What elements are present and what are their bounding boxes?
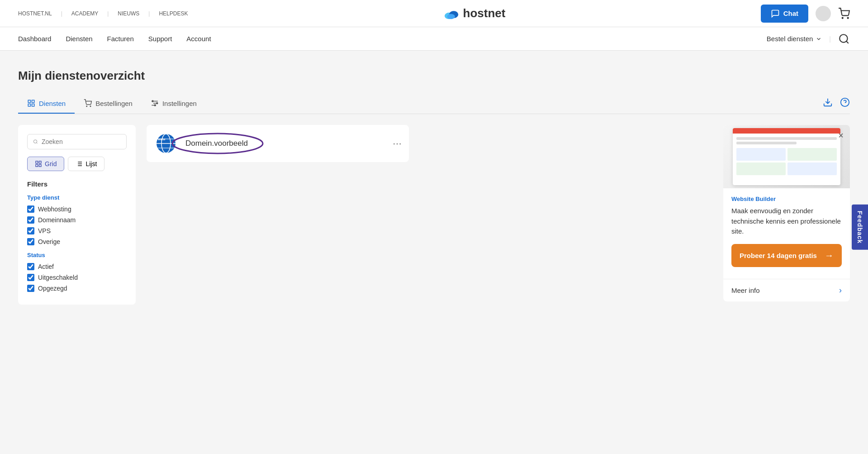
svg-point-16 [152, 100, 153, 102]
promo-tag: Website Builder [731, 196, 842, 202]
cart-tab-icon [84, 99, 92, 107]
filter-overige-label: Overige [38, 238, 60, 245]
filter-webhosting: Webhosting [27, 205, 127, 213]
promo-description: Maak eenvoudig en zonder technische kenn… [731, 206, 842, 237]
svg-rect-26 [36, 164, 38, 167]
promo-cta-arrow-icon: → [825, 250, 834, 261]
svg-text:www: www [157, 138, 166, 141]
filter-webhosting-checkbox[interactable] [27, 205, 34, 213]
nav-account[interactable]: Account [186, 35, 211, 43]
filter-opgezegd-checkbox[interactable] [27, 285, 34, 292]
nav-diensten[interactable]: Diensten [66, 35, 92, 43]
promo-panel: × [723, 125, 850, 301]
avatar [816, 6, 831, 21]
filter-uitgeschakeld-checkbox[interactable] [27, 274, 34, 281]
filters-title: Filters [27, 180, 127, 188]
top-link-academy[interactable]: ACADEMY [71, 10, 98, 17]
search-icon-nav[interactable] [838, 33, 850, 45]
promo-close-button[interactable]: × [838, 130, 844, 141]
svg-point-18 [154, 105, 156, 106]
tabs-left: Diensten Bestellingen Instellingen [18, 94, 206, 114]
chevron-down-icon [816, 36, 822, 42]
nav-dashboard[interactable]: Dashboard [18, 35, 51, 43]
svg-rect-10 [32, 104, 34, 106]
filter-overige: Overige [27, 238, 127, 245]
svg-point-4 [848, 17, 849, 18]
main-area: Grid Lijst Filters Type dienst Webhostin… [18, 125, 850, 305]
cart-icon[interactable] [838, 8, 850, 19]
service-card: www Domein.voorbeeld ⋯ [147, 125, 409, 162]
promo-more-arrow-icon: › [839, 286, 842, 295]
filter-uitgeschakeld: Uitgeschakeld [27, 274, 127, 281]
tab-diensten[interactable]: Diensten [18, 94, 75, 114]
bestel-diensten-button[interactable]: Bestel diensten [767, 35, 822, 43]
svg-point-40 [172, 134, 263, 153]
top-bar-links: HOSTNET.NL | ACADEMY | NIEUWS | HELPDESK [18, 10, 188, 17]
nav-facturen[interactable]: Facturen [107, 35, 134, 43]
list-view-button[interactable]: Lijst [68, 157, 104, 171]
logo-cloud-icon [443, 7, 460, 20]
domain-highlight-ellipse [170, 132, 265, 155]
help-button[interactable] [840, 97, 850, 110]
user-avatar-area[interactable] [816, 6, 831, 21]
svg-rect-25 [39, 161, 41, 163]
svg-point-12 [90, 106, 91, 107]
tabs-actions [823, 97, 850, 110]
filter-uitgeschakeld-label: Uitgeschakeld [38, 274, 78, 281]
svg-rect-9 [28, 104, 30, 106]
svg-rect-8 [32, 100, 34, 102]
svg-rect-24 [36, 161, 38, 163]
promo-image [723, 125, 850, 188]
filter-opgezegd-label: Opgezegd [38, 285, 67, 292]
svg-rect-27 [39, 164, 41, 167]
filter-domeinnaam-checkbox[interactable] [27, 216, 34, 224]
top-link-nieuws[interactable]: NIEUWS [118, 10, 139, 17]
grid-icon [35, 160, 42, 167]
logo[interactable]: hostnet [443, 6, 506, 20]
nav-bar: Dashboard Diensten Facturen Support Acco… [0, 27, 868, 51]
page-title: Mijn dienstenoverzicht [18, 69, 850, 83]
promo-body: Website Builder Maak eenvoudig en zonder… [723, 188, 850, 279]
chat-button[interactable]: Chat [761, 5, 808, 23]
list-icon [76, 160, 83, 167]
search-box[interactable] [27, 134, 127, 149]
search-input[interactable] [42, 138, 121, 145]
filter-actief-checkbox[interactable] [27, 263, 34, 270]
feedback-tab[interactable]: Feedback [852, 204, 868, 250]
top-link-hostnet[interactable]: HOSTNET.NL [18, 10, 52, 17]
filter-domeinnaam: Domeinnaam [27, 216, 127, 224]
page-content: Mijn dienstenoverzicht Diensten Bestelli… [0, 51, 868, 323]
promo-more-info[interactable]: Meer info › [723, 279, 850, 301]
top-bar-actions: Chat [761, 5, 850, 23]
svg-point-17 [157, 103, 158, 104]
card-menu-button[interactable]: ⋯ [393, 138, 402, 149]
filter-opgezegd: Opgezegd [27, 285, 127, 292]
filter-vps-label: VPS [38, 227, 51, 234]
svg-point-5 [840, 34, 847, 42]
download-button[interactable] [823, 97, 833, 110]
service-grid: www Domein.voorbeeld ⋯ [147, 125, 712, 305]
svg-point-22 [33, 140, 37, 143]
sidebar: Grid Lijst Filters Type dienst Webhostin… [18, 125, 136, 305]
help-icon [840, 97, 850, 107]
tabs-bar: Diensten Bestellingen Instellingen [18, 94, 850, 114]
logo-text: hostnet [463, 6, 506, 20]
view-toggle: Grid Lijst [27, 157, 127, 171]
filter-vps: VPS [27, 227, 127, 234]
tab-bestellingen[interactable]: Bestellingen [75, 94, 142, 114]
top-link-helpdesk[interactable]: HELPDESK [159, 10, 188, 17]
filter-type-title: Type dienst [27, 194, 127, 201]
tab-instellingen[interactable]: Instellingen [142, 94, 206, 114]
nav-right-actions: Bestel diensten | [767, 33, 850, 45]
filter-vps-checkbox[interactable] [27, 227, 34, 234]
grid-view-button[interactable]: Grid [27, 157, 64, 171]
nav-support[interactable]: Support [148, 35, 172, 43]
svg-point-11 [86, 106, 87, 107]
svg-point-3 [842, 17, 843, 18]
svg-line-6 [846, 41, 849, 43]
filter-overige-checkbox[interactable] [27, 238, 34, 245]
search-icon [33, 138, 38, 145]
promo-cta-button[interactable]: Probeer 14 dagen gratis → [731, 244, 842, 267]
settings-tab-icon [151, 99, 159, 107]
filter-actief: Actief [27, 263, 127, 270]
